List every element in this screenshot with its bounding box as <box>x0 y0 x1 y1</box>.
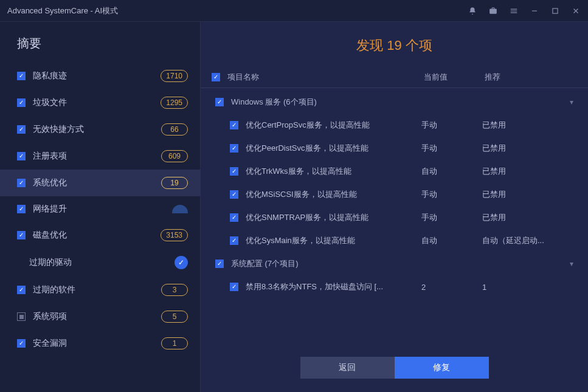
main-title: 发现 19 个项 <box>201 36 588 55</box>
sidebar-count-badge: 66 <box>161 123 188 136</box>
item-row[interactable]: 优化CertPropSvc服务，以提高性能手动已禁用 <box>201 114 588 137</box>
table-header: 项目名称 当前值 推荐 <box>201 67 588 88</box>
sidebar-item[interactable]: 磁盘优化3153 <box>0 222 200 249</box>
item-name-text: 优化TrkWks服务，以提高性能 <box>246 166 351 177</box>
item-checkbox[interactable] <box>230 121 238 129</box>
sidebar-header: 摘要 <box>0 22 200 63</box>
toolbox-icon[interactable] <box>488 6 498 16</box>
item-checkbox[interactable] <box>230 167 238 176</box>
item-row[interactable]: 优化SNMPTRAP服务，以提高性能手动已禁用 <box>201 206 588 229</box>
sidebar-checkbox[interactable] <box>17 72 26 80</box>
sidebar-item-label: 隐私痕迹 <box>33 70 161 81</box>
item-recommended-value: 已禁用 <box>482 166 573 177</box>
item-row[interactable]: 优化PeerDistSvc服务，以提高性能手动已禁用 <box>201 137 588 160</box>
sidebar-item[interactable]: 无效快捷方式66 <box>0 116 200 143</box>
titlebar-text: Advanced SystemCare - AI模式 <box>7 5 468 16</box>
chevron-down-icon: ▾ <box>570 260 573 268</box>
sidebar-count-badge: 609 <box>161 150 188 162</box>
sidebar-checkbox[interactable] <box>17 179 26 187</box>
item-recommended-value: 自动（延迟启动... <box>482 235 573 246</box>
sidebar-item[interactable]: 垃圾文件1295 <box>0 89 200 116</box>
sidebar-item[interactable]: 过期的驱动 <box>0 249 200 277</box>
item-name-text: 优化SNMPTRAP服务，以提高性能 <box>246 212 368 223</box>
sidebar-item-label: 系统优化 <box>33 177 161 188</box>
sidebar-count-badge: 3 <box>161 284 188 296</box>
item-current-value: 自动 <box>421 235 482 246</box>
item-row[interactable]: 优化MSiSCSI服务，以提高性能手动已禁用 <box>201 183 588 206</box>
group-checkbox[interactable] <box>215 260 224 268</box>
sidebar-checkbox[interactable] <box>17 286 26 294</box>
status-blob-icon <box>172 205 188 213</box>
sidebar-checkbox[interactable] <box>17 98 26 107</box>
col-name-header: 项目名称 <box>227 72 259 83</box>
sidebar-item[interactable]: 系统弱项5 <box>0 303 200 330</box>
action-bar: 返回 修复 <box>201 347 588 392</box>
table-body: Windows 服务 (6个项目)▾优化CertPropSvc服务，以提高性能手… <box>201 88 588 347</box>
item-current-value: 手动 <box>421 189 482 200</box>
svg-rect-0 <box>553 8 558 13</box>
fix-button[interactable]: 修复 <box>395 357 489 379</box>
item-checkbox[interactable] <box>230 213 238 222</box>
group-row[interactable]: Windows 服务 (6个项目)▾ <box>201 91 588 114</box>
item-current-value: 手动 <box>421 212 482 223</box>
item-row[interactable]: 优化TrkWks服务，以提高性能自动已禁用 <box>201 160 588 183</box>
sidebar-item-label: 过期的软件 <box>33 284 161 295</box>
item-checkbox[interactable] <box>230 283 238 291</box>
col-recommended-header: 推荐 <box>485 72 576 83</box>
item-name-text: 优化PeerDistSvc服务，以提高性能 <box>246 143 368 154</box>
item-row[interactable]: 优化SysMain服务，以提高性能自动自动（延迟启动... <box>201 229 588 252</box>
minimize-icon[interactable] <box>530 6 539 16</box>
item-name-text: 优化SysMain服务，以提高性能 <box>246 235 355 246</box>
item-checkbox[interactable] <box>230 190 238 199</box>
sidebar-item-label: 网络提升 <box>33 204 172 215</box>
sidebar-item[interactable]: 安全漏洞1 <box>0 330 200 357</box>
sidebar-checkbox[interactable] <box>17 312 26 321</box>
item-recommended-value: 已禁用 <box>482 143 573 154</box>
item-name-text: 优化MSiSCSI服务，以提高性能 <box>246 189 357 200</box>
sidebar-item-label: 注册表项 <box>33 151 161 162</box>
item-row[interactable]: 禁用8.3名称为NTFS，加快磁盘访问 [...21 <box>201 275 588 298</box>
item-current-value: 手动 <box>421 143 482 154</box>
item-recommended-value: 1 <box>482 283 573 292</box>
item-name-text: 优化CertPropSvc服务，以提高性能 <box>246 120 370 131</box>
sidebar-checkbox[interactable] <box>17 231 26 239</box>
main-header: 发现 19 个项 <box>201 22 588 67</box>
bell-icon[interactable] <box>468 6 477 16</box>
sidebar-item-label: 过期的驱动 <box>29 257 175 268</box>
maximize-icon[interactable] <box>550 6 560 16</box>
back-button[interactable]: 返回 <box>300 357 395 379</box>
sidebar-item[interactable]: 注册表项609 <box>0 143 200 170</box>
sidebar-item-label: 磁盘优化 <box>33 230 161 241</box>
sidebar-item-label: 系统弱项 <box>33 311 161 322</box>
group-row[interactable]: 系统配置 (7个项目)▾ <box>201 252 588 275</box>
sidebar-checkbox[interactable] <box>17 205 26 213</box>
group-label: Windows 服务 (6个项目) <box>231 97 317 108</box>
sidebar-checkbox[interactable] <box>17 125 26 134</box>
menu-icon[interactable] <box>509 6 519 16</box>
check-circle-icon <box>175 256 188 269</box>
sidebar-checkbox[interactable] <box>17 339 26 348</box>
sidebar-item[interactable]: 网络提升 <box>0 196 200 222</box>
sidebar-item-label: 无效快捷方式 <box>33 124 161 135</box>
sidebar-count-badge: 1710 <box>161 70 188 82</box>
col-current-header: 当前值 <box>424 72 485 83</box>
group-checkbox[interactable] <box>215 98 224 106</box>
sidebar: 摘要 隐私痕迹1710垃圾文件1295无效快捷方式66注册表项609系统优化19… <box>0 22 201 392</box>
sidebar-item[interactable]: 隐私痕迹1710 <box>0 63 200 89</box>
sidebar-item-label: 安全漏洞 <box>33 338 161 349</box>
main-panel: 发现 19 个项 项目名称 当前值 推荐 Windows 服务 (6个项目)▾优… <box>201 22 588 392</box>
sidebar-item[interactable]: 系统优化19 <box>0 170 200 196</box>
group-label: 系统配置 (7个项目) <box>231 258 299 269</box>
sidebar-checkbox[interactable] <box>17 152 26 160</box>
sidebar-count-badge: 19 <box>161 177 188 189</box>
item-checkbox[interactable] <box>230 144 238 153</box>
close-icon[interactable] <box>571 6 581 16</box>
select-all-checkbox[interactable] <box>212 73 220 81</box>
chevron-down-icon: ▾ <box>570 98 573 106</box>
sidebar-item-label: 垃圾文件 <box>33 97 161 108</box>
sidebar-count-badge: 1 <box>161 337 188 349</box>
item-checkbox[interactable] <box>230 236 238 245</box>
sidebar-item[interactable]: 过期的软件3 <box>0 277 200 303</box>
item-name-text: 禁用8.3名称为NTFS，加快磁盘访问 [... <box>246 281 383 292</box>
item-recommended-value: 已禁用 <box>482 189 573 200</box>
